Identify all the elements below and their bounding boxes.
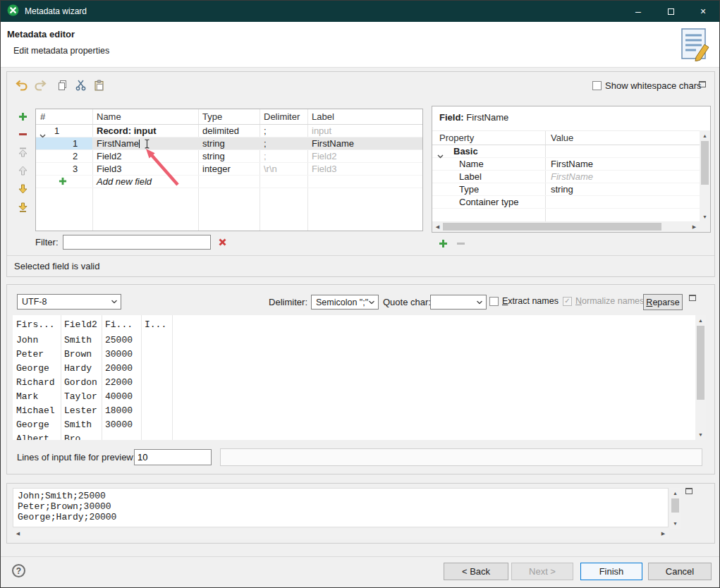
field-delimiter[interactable]: ; [260, 150, 307, 162]
chevron-down-icon[interactable] [437, 149, 444, 157]
maximize-button[interactable] [654, 1, 687, 22]
encoding-select[interactable]: UTF-8 [17, 294, 121, 310]
record-delimiter[interactable]: ; [260, 125, 307, 137]
minimize-button[interactable]: – [622, 1, 654, 22]
undo-button[interactable] [14, 78, 29, 92]
scroll-up-icon[interactable]: ▲ [670, 488, 681, 498]
scroll-up-icon[interactable]: ▲ [700, 130, 710, 141]
copy-button[interactable] [55, 78, 70, 92]
scrollbar-thumb[interactable] [701, 141, 709, 185]
paste-button[interactable] [92, 78, 106, 92]
scrollbar-track[interactable] [695, 326, 706, 429]
add-new-field-label[interactable]: Add new field [92, 176, 198, 188]
scrollbar-thumb[interactable] [443, 223, 661, 231]
delimiter-select[interactable]: Semicolon ";" [311, 295, 379, 310]
scrollbar-track[interactable] [23, 529, 658, 539]
maximize-panel-icon[interactable] [699, 81, 706, 87]
scroll-right-icon[interactable]: ▶ [658, 529, 669, 539]
chevron-down-icon[interactable] [39, 129, 46, 137]
remove-field-button[interactable] [18, 130, 28, 141]
field-name-cell[interactable]: Field3 [92, 163, 198, 175]
preview-column-header[interactable]: I... [141, 319, 172, 330]
preview-lines-input[interactable] [134, 449, 212, 465]
preview-column-header[interactable]: Field2 [61, 319, 102, 330]
field-delimiter[interactable]: \r\n [260, 163, 307, 175]
field-name-cell[interactable]: FirstName [92, 137, 198, 149]
property-value[interactable] [545, 196, 700, 208]
cancel-button[interactable]: Cancel [648, 563, 712, 580]
property-row-name[interactable]: Name FirstName [432, 158, 700, 171]
scrollbar-track[interactable] [443, 221, 689, 232]
preview-column-header[interactable]: Fi... [102, 319, 141, 330]
column-header-name[interactable]: Name [92, 109, 198, 124]
field-row-field3[interactable]: 3 Field3 integer \r\n Field3 [36, 163, 422, 176]
field-type[interactable]: integer [198, 163, 260, 175]
scroll-down-icon[interactable]: ▼ [695, 429, 706, 440]
scrollbar-track[interactable] [700, 141, 710, 212]
field-type[interactable]: string [198, 150, 260, 162]
add-new-field-row[interactable]: Add new field [36, 176, 422, 188]
raw-preview-area[interactable]: John;Smith;25000 Peter;Brown;30000 Georg… [13, 488, 669, 527]
column-header-delimiter[interactable]: Delimiter [260, 109, 307, 124]
property-value[interactable]: FirstName [545, 171, 700, 183]
scroll-down-icon[interactable]: ▼ [700, 212, 710, 222]
finish-button[interactable]: Finish [580, 563, 642, 580]
move-bottom-button[interactable] [18, 202, 28, 214]
column-header-type[interactable]: Type [198, 109, 260, 124]
add-property-button[interactable] [439, 239, 448, 250]
back-button[interactable]: < Back [444, 563, 508, 580]
preview-column-header[interactable]: Firs... [13, 319, 61, 330]
property-row-container-type[interactable]: Container type [432, 196, 700, 209]
column-header-value[interactable]: Value [545, 131, 700, 145]
preview-row-partial[interactable]: Albert Bro [13, 432, 695, 440]
quote-char-select[interactable] [430, 295, 487, 310]
property-row-label[interactable]: Label FirstName [432, 171, 700, 183]
maximize-panel-icon[interactable] [685, 488, 692, 494]
scroll-right-icon[interactable]: ▶ [689, 221, 700, 232]
preview-row[interactable]: Richard Gordon 22000 [13, 376, 695, 390]
scroll-left-icon[interactable]: ◀ [13, 529, 23, 539]
horizontal-scrollbar[interactable]: ◀ ▶ [13, 529, 669, 539]
record-name[interactable]: Record: input [92, 125, 198, 137]
record-label[interactable]: input [307, 125, 422, 137]
move-top-button[interactable] [18, 147, 28, 159]
redo-button[interactable] [32, 78, 47, 92]
preview-row[interactable]: Mark Taylor 40000 [13, 390, 695, 404]
close-button[interactable]: × [687, 1, 719, 22]
field-label[interactable]: Field3 [307, 163, 422, 175]
field-label[interactable]: FirstName [307, 137, 422, 149]
horizontal-scrollbar[interactable]: ◀ ▶ [432, 221, 700, 232]
field-row-firstname[interactable]: 1 FirstName string ; FirstName [36, 137, 422, 150]
field-type[interactable]: string [198, 137, 260, 149]
preview-row[interactable]: George Smith 30000 [13, 418, 695, 432]
add-field-button[interactable] [18, 112, 28, 123]
remove-property-button[interactable] [456, 239, 465, 250]
record-type[interactable]: delimited [198, 125, 260, 137]
scroll-left-icon[interactable]: ◀ [432, 221, 443, 232]
property-value[interactable]: string [545, 183, 700, 195]
reparse-button[interactable]: Reparse [643, 294, 683, 310]
preview-row[interactable]: John Smith 25000 [13, 333, 695, 348]
field-name-cell[interactable]: Field2 [92, 150, 198, 162]
cut-button[interactable] [73, 78, 88, 92]
scrollbar-thumb[interactable] [697, 326, 704, 400]
property-group-basic[interactable]: Basic [432, 145, 700, 158]
move-up-button[interactable] [18, 166, 28, 178]
help-button[interactable]: ? [12, 564, 25, 577]
preview-row[interactable]: Peter Brown 30000 [13, 348, 695, 362]
vertical-scrollbar[interactable]: ▲ ▼ [695, 315, 706, 440]
field-label[interactable]: Field2 [307, 150, 422, 162]
move-down-button[interactable] [18, 184, 28, 196]
column-header-property[interactable]: Property [432, 131, 545, 145]
record-row[interactable]: 1 Record: input delimited ; input [36, 125, 422, 137]
preview-row[interactable]: George Hardy 20000 [13, 362, 695, 376]
preview-row[interactable]: Michael Lester 18000 [13, 404, 695, 418]
extract-names-checkbox[interactable]: Extract names [489, 296, 559, 306]
scrollbar-thumb[interactable] [671, 498, 679, 513]
scrollbar-track[interactable] [670, 498, 681, 518]
vertical-scrollbar[interactable]: ▲ ▼ [670, 488, 681, 529]
field-row-field2[interactable]: 2 Field2 string ; Field2 [36, 150, 422, 163]
field-delimiter[interactable]: ; [260, 137, 307, 149]
scroll-up-icon[interactable]: ▲ [695, 315, 706, 326]
column-header-label[interactable]: Label [307, 109, 422, 124]
